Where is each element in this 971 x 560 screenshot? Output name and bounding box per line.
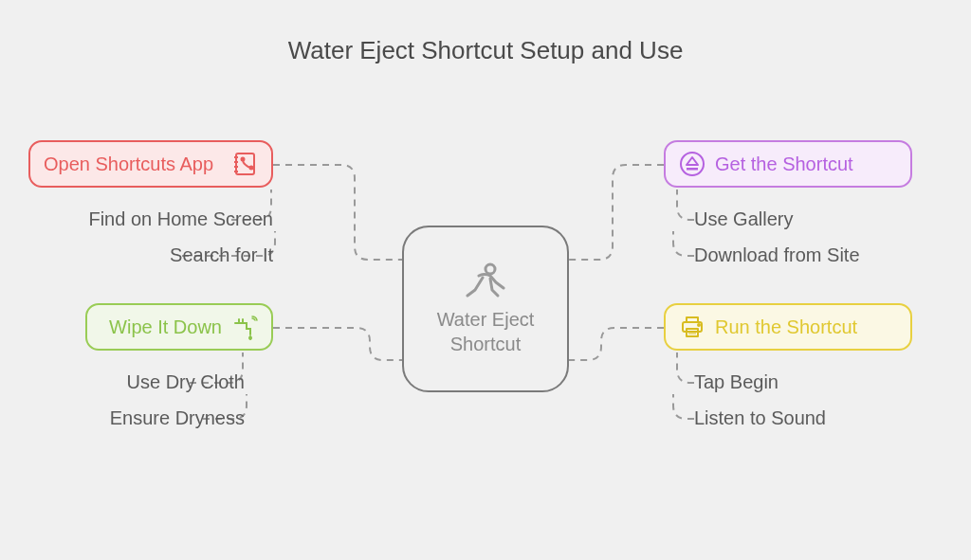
branch-get-shortcut: Get the Shortcut Use Gallery Download fr… [664, 140, 948, 273]
eject-icon [679, 151, 705, 177]
sub-listen-sound: Listen to Sound [694, 400, 948, 436]
center-node: Water EjectShortcut [402, 226, 569, 392]
branch-run-shortcut: Run the Shortcut Tap Begin Listen to Sou… [664, 303, 948, 436]
faucet-icon [231, 314, 258, 340]
diagram-title: Water Eject Shortcut Setup and Use [0, 0, 971, 65]
phonebook-icon [231, 151, 258, 177]
svg-point-0 [486, 264, 495, 274]
center-label: Water EjectShortcut [437, 307, 535, 356]
svg-rect-5 [687, 168, 698, 171]
card-label: Wipe It Down [109, 316, 222, 338]
sub-use-gallery: Use Gallery [694, 201, 948, 237]
card-open-shortcuts: Open Shortcuts App [28, 140, 273, 188]
card-label: Open Shortcuts App [44, 154, 213, 175]
printer-icon [679, 314, 705, 340]
card-label: Get the Shortcut [715, 154, 853, 175]
sub-search-it: Search for It [28, 237, 273, 273]
branch-open-shortcuts: Open Shortcuts App Find on Home Screen S… [28, 140, 303, 273]
sub-dry-cloth: Use Dry Cloth [28, 364, 245, 400]
card-wipe-down: Wipe It Down [85, 303, 273, 351]
crawl-icon [462, 262, 509, 299]
card-run-shortcut: Run the Shortcut [664, 303, 912, 351]
sub-ensure-dryness: Ensure Dryness [28, 400, 245, 436]
sub-tap-begin: Tap Begin [694, 364, 948, 400]
card-label: Run the Shortcut [715, 316, 857, 338]
sub-download-site: Download from Site [694, 237, 948, 273]
svg-point-3 [250, 167, 253, 170]
branch-wipe-down: Wipe It Down Use Dry Cloth Ensure Drynes… [28, 303, 303, 436]
svg-point-9 [698, 324, 700, 326]
card-get-shortcut: Get the Shortcut [664, 140, 912, 188]
sub-find-home: Find on Home Screen [28, 201, 273, 237]
svg-point-2 [242, 158, 245, 161]
